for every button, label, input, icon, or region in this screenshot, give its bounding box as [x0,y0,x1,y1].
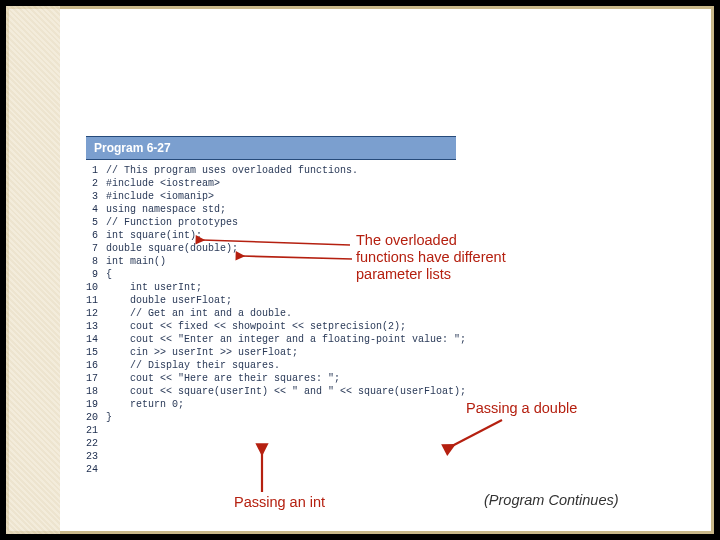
arrow-to-int-square [200,238,360,252]
annotation-passing-int: Passing an int [234,494,325,511]
code-line: #include <iomanip> [106,190,466,203]
code-line: // Function prototypes [106,216,466,229]
annotation-passing-double: Passing a double [466,400,577,417]
line-number-gutter: 123456789101112131415161718192021222324 [86,164,106,476]
line-number: 11 [86,294,98,307]
code-line: #include <iostream> [106,177,466,190]
svg-line-2 [452,420,502,446]
line-number: 1 [86,164,98,177]
code-panel: Program 6-27 123456789101112131415161718… [86,136,456,476]
line-number: 7 [86,242,98,255]
line-number: 14 [86,333,98,346]
line-number: 9 [86,268,98,281]
line-number: 13 [86,320,98,333]
arrow-passing-int [250,450,274,494]
code-line: cout << "Here are their squares: "; [106,372,466,385]
svg-line-1 [242,256,352,259]
left-texture-rail [6,6,60,534]
annotation-continues: (Program Continues) [484,492,619,509]
line-number: 5 [86,216,98,229]
line-number: 22 [86,437,98,450]
code-listing: // This program uses overloaded function… [106,164,466,476]
annotation-overloaded: The overloaded functions have different … [356,232,506,283]
line-number: 24 [86,463,98,476]
code-body: 123456789101112131415161718192021222324 … [86,160,456,476]
code-line: // This program uses overloaded function… [106,164,466,177]
arrow-to-double-square [240,252,360,266]
line-number: 16 [86,359,98,372]
line-number: 15 [86,346,98,359]
code-line: cin >> userInt >> userFloat; [106,346,466,359]
code-line: // Display their squares. [106,359,466,372]
code-line: return 0; [106,398,466,411]
line-number: 12 [86,307,98,320]
code-line: cout << square(userInt) << " and " << sq… [106,385,466,398]
line-number: 23 [86,450,98,463]
line-number: 4 [86,203,98,216]
code-line: cout << fixed << showpoint << setprecisi… [106,320,466,333]
line-number: 20 [86,411,98,424]
arrow-passing-double [450,416,510,454]
line-number: 17 [86,372,98,385]
line-number: 19 [86,398,98,411]
line-number: 21 [86,424,98,437]
code-line: using namespace std; [106,203,466,216]
line-number: 6 [86,229,98,242]
code-line: cout << "Enter an integer and a floating… [106,333,466,346]
line-number: 8 [86,255,98,268]
svg-line-0 [202,240,350,245]
line-number: 2 [86,177,98,190]
line-number: 10 [86,281,98,294]
code-line: double userFloat; [106,294,466,307]
code-line: } [106,411,466,424]
line-number: 18 [86,385,98,398]
program-header: Program 6-27 [86,136,456,160]
line-number: 3 [86,190,98,203]
code-line: // Get an int and a double. [106,307,466,320]
